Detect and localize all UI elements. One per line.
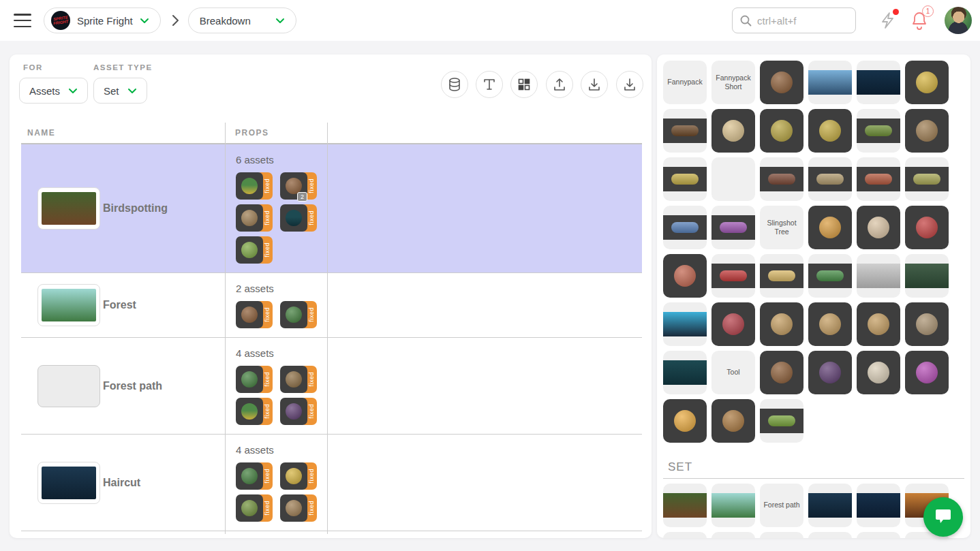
asset-tile-twig[interactable] [808, 109, 852, 153]
menu-icon[interactable] [14, 14, 31, 27]
asset-tile-tent-bag[interactable] [905, 302, 949, 346]
prop-blob [286, 500, 302, 516]
prop-thumb-branch[interactable]: fixed2 [280, 172, 317, 200]
asset-tile-tool[interactable]: Tool [711, 351, 755, 394]
table-row-forest-path[interactable]: Forest path4 assetsfixedfixedfixedfixed [21, 338, 642, 435]
asset-tile-thorny-vine[interactable] [663, 351, 707, 394]
asset-tile-purple-flower[interactable] [905, 351, 949, 394]
table-row-forest[interactable]: Forest2 assetsfixedfixed [21, 273, 642, 338]
chevron-down-icon [140, 18, 149, 24]
asset-tile-sleeping-bag-purple[interactable] [711, 206, 755, 249]
export-button[interactable] [546, 71, 573, 98]
asset-tile-spiderweb-white[interactable] [857, 254, 900, 298]
table-row-haircut[interactable]: Haircut4 assetsfixedfixedfixedfixed [21, 435, 642, 531]
asset-tile-big-leaf[interactable] [808, 254, 852, 298]
section-name: Breakdown [200, 15, 251, 27]
asset-tile-candy-bag[interactable] [808, 206, 852, 249]
search-box[interactable] [732, 7, 856, 33]
asset-tile-pocket-knife[interactable] [711, 302, 755, 346]
asset-tile-plums[interactable] [808, 351, 852, 394]
assets-count: 2 assets [236, 283, 327, 294]
asset-tile-pretzel-bag[interactable] [663, 254, 707, 298]
prop-thumb-lighter[interactable]: fixed [280, 462, 317, 490]
assets-count: 4 assets [236, 347, 327, 359]
asset-tile-clover[interactable] [760, 399, 803, 443]
column-divider [225, 123, 226, 534]
asset-tile-pickle[interactable] [857, 109, 900, 153]
asset-tile-scene-closeup[interactable] [808, 61, 852, 104]
prop-thumb-flower[interactable]: fixed [236, 172, 273, 200]
prop-thumb-flower[interactable]: fixed [236, 398, 273, 425]
database-button[interactable] [441, 71, 468, 98]
asset-tile-pinecone[interactable] [905, 109, 949, 153]
chat-button[interactable] [923, 497, 963, 537]
avatar[interactable] [945, 7, 972, 34]
asset-tile-orange-flower[interactable] [663, 399, 707, 443]
asset-band [857, 264, 900, 288]
asset-tile-birdspotting-set[interactable] [663, 484, 707, 527]
asset-tile-sleeping-bag-blue[interactable] [663, 206, 707, 249]
asset-blob [865, 174, 892, 185]
prop-thumb-pinecone[interactable]: fixed [236, 204, 273, 232]
row-thumbnail-image [42, 289, 96, 321]
asset-tile-fannypack[interactable]: Fannypack [663, 61, 707, 104]
asset-tile-lighter[interactable] [905, 61, 949, 104]
section-selector[interactable]: Breakdown [188, 7, 296, 33]
prop-thumb-pinecone[interactable]: fixed [280, 494, 317, 522]
asset-tile-fannypack-short[interactable]: Fannypack Short [711, 61, 755, 104]
search-input[interactable] [757, 15, 839, 27]
fixed-tag-label: fixed [308, 210, 315, 225]
project-selector[interactable]: SPRITE FRIGHT Sprite Fright [44, 7, 161, 33]
prop-thumb-stick[interactable]: fixed [280, 366, 317, 393]
asset-tile-spiderweb-green[interactable] [905, 254, 949, 298]
asset-tile-driftwood-log[interactable] [663, 109, 707, 153]
prop-thumb-leaf[interactable]: fixed [236, 366, 273, 393]
asset-tile-tent-open[interactable] [857, 302, 900, 346]
asset-tile-salt-stix-box[interactable] [905, 206, 949, 249]
asset-tile-night-forest-set[interactable] [857, 484, 900, 527]
asset-tile-notebook[interactable] [711, 109, 755, 153]
prop-thumb-plums[interactable]: fixed [280, 398, 317, 425]
asset-tile-tortilla-chips[interactable] [760, 254, 803, 298]
asset-tile-slingshot-tree[interactable]: Slingshot Tree [760, 206, 803, 249]
asset-tile-party-popper[interactable] [711, 254, 755, 298]
prop-thumb-leaf[interactable]: fixed [280, 301, 317, 328]
asset-tile-branch[interactable] [760, 61, 803, 104]
asset-tile-snail[interactable] [711, 399, 755, 443]
asset-tile-night-branch[interactable] [857, 61, 900, 104]
prop-thumb-leaf[interactable]: fixed [236, 462, 273, 490]
prop-thumb-branch[interactable]: fixed [236, 301, 273, 328]
prop-thumb-clover[interactable]: fixed [236, 236, 273, 264]
asset-tile-eggshell[interactable] [857, 351, 900, 394]
asset-tile-tent[interactable] [808, 302, 852, 346]
download-button[interactable] [616, 71, 643, 98]
grid-view-button[interactable] [510, 71, 538, 98]
asset-tile-sleeping-bag-red[interactable] [857, 157, 900, 201]
asset-tile-rope-coil[interactable] [663, 157, 707, 201]
table-header: NAME PROPS [21, 123, 642, 144]
asset-type-dropdown[interactable]: Set [93, 78, 147, 104]
asset-tile-sleeping-bag-green[interactable] [905, 157, 949, 201]
text-view-button[interactable] [476, 71, 503, 98]
asset-tile-sleeping-bag-tan[interactable] [808, 157, 852, 201]
asset-tile-forest-set[interactable] [711, 484, 755, 527]
for-value: Assets [29, 85, 60, 97]
asset-tile-tweezers[interactable] [760, 109, 803, 153]
import-button[interactable] [581, 71, 608, 98]
asset-blob [916, 72, 938, 93]
table-row-birdspotting[interactable]: Birdspotting6 assetsfixedfixed2fixedfixe… [21, 144, 642, 273]
prop-thumb-thorny-vine[interactable]: fixed [280, 204, 317, 232]
prop-thumb-pickle[interactable]: fixed [236, 494, 273, 522]
asset-tile-forest-path-set[interactable]: Forest path [760, 484, 803, 527]
quick-actions-button[interactable] [880, 12, 896, 29]
asset-tile-sausage[interactable] [760, 157, 803, 201]
asset-tile-snack-can[interactable] [857, 206, 900, 249]
asset-tile-tent-collapsed[interactable] [760, 302, 803, 346]
asset-tile-stick[interactable] [760, 351, 803, 394]
props-cell: 4 assetsfixedfixedfixedfixed [225, 435, 327, 531]
notifications-button[interactable]: 1 [911, 11, 928, 30]
row-thumbnail [37, 365, 100, 407]
asset-tile-spray-can[interactable] [663, 302, 707, 346]
asset-tile-haircut-set[interactable] [808, 484, 852, 527]
for-dropdown[interactable]: Assets [19, 78, 88, 104]
